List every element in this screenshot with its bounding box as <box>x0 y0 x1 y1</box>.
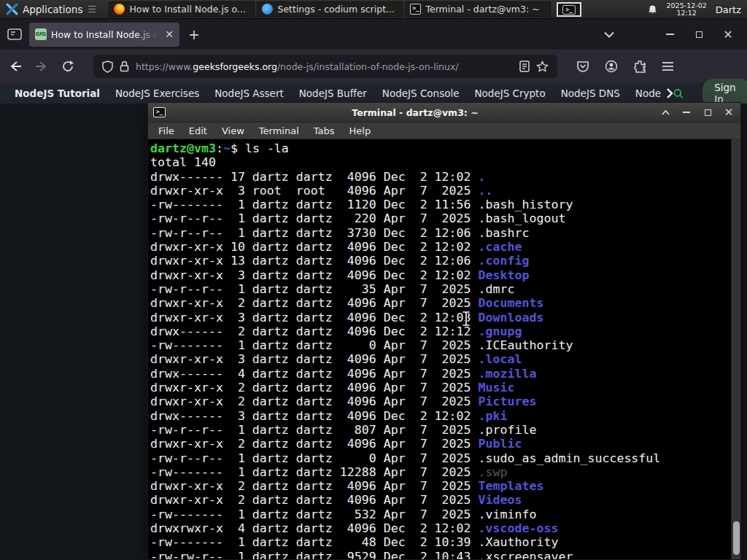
total-line: total 140 <box>150 155 730 169</box>
applications-menu-button[interactable]: Applications <box>0 0 101 18</box>
listing-line: drwxr-xr-x 3 dartz dartz 4096 Apr 7 2025… <box>150 352 730 366</box>
site-nav-item[interactable]: NodeJS Exercises <box>115 88 199 99</box>
user-menu[interactable]: Dartz <box>716 4 744 15</box>
prompt-line: dartz@vm3:~$ ls -la <box>150 141 730 155</box>
listing-line: drwxr-xr-x 2 dartz dartz 4096 Apr 7 2025… <box>150 437 730 451</box>
forward-button[interactable] <box>35 60 48 73</box>
window-close-button[interactable]: ✕ <box>722 28 734 40</box>
directory-name: Pictures <box>479 394 537 408</box>
browser-toolbar: https://www.geeksforgeeks.org/node-js/in… <box>0 50 747 83</box>
site-nav-item[interactable]: NodeJS Tutorial <box>15 88 100 99</box>
menu-hamburger-icon[interactable] <box>662 61 674 71</box>
terminal-menu-view[interactable]: View <box>214 125 252 136</box>
listing-line: -rw-r--r-- 1 dartz dartz 0 Apr 7 2025 .s… <box>150 451 730 465</box>
terminal-scrollbar-thumb[interactable] <box>733 521 740 555</box>
directory-name: .config <box>479 254 530 268</box>
extensions-puzzle-icon[interactable] <box>633 60 646 73</box>
url-domain: geeksforgeeks.org <box>193 61 277 72</box>
terminal-shade-button[interactable] <box>661 108 670 117</box>
terminal-menu-edit[interactable]: Edit <box>182 125 214 136</box>
back-button[interactable] <box>9 60 22 73</box>
terminal-icon: >_ <box>562 5 576 15</box>
terminal-body[interactable]: dartz@vm3:~$ ls -latotal 140drwx------ 1… <box>148 139 740 559</box>
url-scheme: https://www. <box>136 61 193 72</box>
top-panel: Applications How to Install Node.js o...… <box>0 0 747 19</box>
file-name: .bash_logout <box>479 211 566 225</box>
new-tab-button[interactable]: + <box>188 26 200 42</box>
terminal-maximize-button[interactable] <box>703 108 712 117</box>
listing-line: drwxr-xr-x 2 dartz dartz 4096 Apr 7 2025… <box>150 493 730 507</box>
terminal-menu-file[interactable]: File <box>151 125 182 136</box>
firefox-view-icon[interactable] <box>7 28 22 40</box>
url-text[interactable]: https://www.geeksforgeeks.org/node-js/in… <box>136 61 459 72</box>
directory-name: Music <box>479 381 515 394</box>
terminal-scrollbar[interactable] <box>731 139 740 559</box>
search-icon[interactable] <box>673 87 684 101</box>
tab-close-icon[interactable]: ✕ <box>165 29 174 39</box>
workspace-pager[interactable]: >_ <box>557 2 581 17</box>
terminal-minimize-button[interactable] <box>682 108 691 117</box>
pocket-icon[interactable] <box>576 60 589 73</box>
desktop: Applications How to Install Node.js o...… <box>0 0 747 560</box>
listing-line: -rw-rw-r-- 1 dartz dartz 9529 Dec 2 10:4… <box>150 550 730 559</box>
listing-line: drwxr-xr-x 2 dartz dartz 4096 Apr 7 2025… <box>150 479 730 493</box>
directory-name: Desktop <box>479 268 530 282</box>
gfg-favicon: GfG <box>35 28 47 40</box>
url-bar[interactable]: https://www.geeksforgeeks.org/node-js/in… <box>93 55 557 78</box>
directory-name: . <box>479 170 486 184</box>
terminal-icon: >_ <box>410 4 421 15</box>
listing-line: -rw------- 1 dartz dartz 0 Apr 7 2025 .I… <box>150 338 730 352</box>
terminal-icon: >_ <box>153 107 166 117</box>
account-icon[interactable] <box>605 60 618 73</box>
taskbar-buttons: How to Install Node.js o...Settings - co… <box>109 1 551 17</box>
taskbar-button[interactable]: >_Terminal - dartz@vm3: ~ <box>405 1 551 17</box>
site-nav-item[interactable]: Node <box>635 88 661 99</box>
bookmark-star-icon[interactable] <box>536 61 549 73</box>
nav-scroll-right-icon[interactable] <box>666 88 673 98</box>
listing-line: drwx------ 17 dartz dartz 4096 Dec 2 12:… <box>150 170 730 184</box>
directory-name: .pki <box>479 409 508 423</box>
listing-line: drwxr-xr-x 3 dartz dartz 4096 Dec 2 12:0… <box>150 311 730 324</box>
terminal-window-title: Terminal - dartz@vm3: ~ <box>170 107 660 118</box>
active-tab[interactable]: GfG How to Install Node.js o ✕ <box>29 23 179 47</box>
lock-icon[interactable] <box>120 61 129 72</box>
site-nav: NodeJS TutorialNodeJS ExercisesNodeJS As… <box>0 83 747 104</box>
terminal-menu-terminal[interactable]: Terminal <box>252 125 306 136</box>
taskbar-button-label: How to Install Node.js o... <box>129 4 245 15</box>
terminal-close-button[interactable]: ✕ <box>724 108 733 117</box>
directory-name: .. <box>479 184 493 198</box>
terminal-window: >_ Terminal - dartz@vm3: ~ ✕ FileEditVie… <box>147 102 741 560</box>
site-nav-item[interactable]: NodeJS Console <box>382 88 460 99</box>
file-name: .dmrc <box>479 282 515 296</box>
terminal-menu-tabs[interactable]: Tabs <box>306 125 342 136</box>
panel-clock[interactable]: 2025-12-02 12:12 <box>667 2 707 18</box>
directory-name: Downloads <box>479 311 544 324</box>
site-nav-item[interactable]: NodeJS Assert <box>214 88 284 99</box>
listing-line: -rw-r--r-- 1 dartz dartz 35 Apr 7 2025 .… <box>150 282 730 296</box>
taskbar-button[interactable]: How to Install Node.js o... <box>109 1 255 17</box>
site-nav-item[interactable]: NodeJS DNS <box>561 88 620 99</box>
listing-line: drwxr-xr-x 13 dartz dartz 4096 Dec 2 12:… <box>150 254 730 268</box>
site-nav-item[interactable]: NodeJS Buffer <box>299 88 367 99</box>
terminal-title-bar[interactable]: >_ Terminal - dartz@vm3: ~ ✕ <box>148 103 740 122</box>
listing-line: -rw------- 1 dartz dartz 48 Dec 2 10:39 … <box>150 535 730 549</box>
listing-line: drwxr-xr-x 2 dartz dartz 4096 Apr 7 2025… <box>150 296 730 310</box>
listing-line: drwxr-xr-x 3 root root 4096 Apr 7 2025 .… <box>150 184 730 198</box>
site-nav-item[interactable]: NodeJS Crypto <box>475 88 546 99</box>
window-maximize-button[interactable] <box>693 28 705 40</box>
terminal-window-controls: ✕ <box>660 108 740 117</box>
listing-line: -rw-r--r-- 1 dartz dartz 220 Apr 7 2025 … <box>150 211 730 225</box>
terminal-menu-help[interactable]: Help <box>342 125 379 136</box>
list-all-tabs-chevron-icon[interactable] <box>604 31 614 38</box>
file-name: .bashrc <box>479 226 530 240</box>
window-minimize-button[interactable] <box>664 28 676 40</box>
listing-line: drwx------ 4 dartz dartz 4096 Apr 7 2025… <box>150 367 730 381</box>
tab-title: How to Install Node.js o <box>51 29 160 40</box>
notification-bell-icon[interactable] <box>647 4 658 15</box>
tracking-shield-icon[interactable] <box>102 61 113 73</box>
file-name: .bash_history <box>479 198 573 211</box>
taskbar-button[interactable]: Settings - codium script... <box>257 1 403 17</box>
reload-button[interactable] <box>61 60 74 73</box>
directory-name: .vscode-oss <box>479 521 559 535</box>
reader-mode-icon[interactable] <box>519 61 530 72</box>
